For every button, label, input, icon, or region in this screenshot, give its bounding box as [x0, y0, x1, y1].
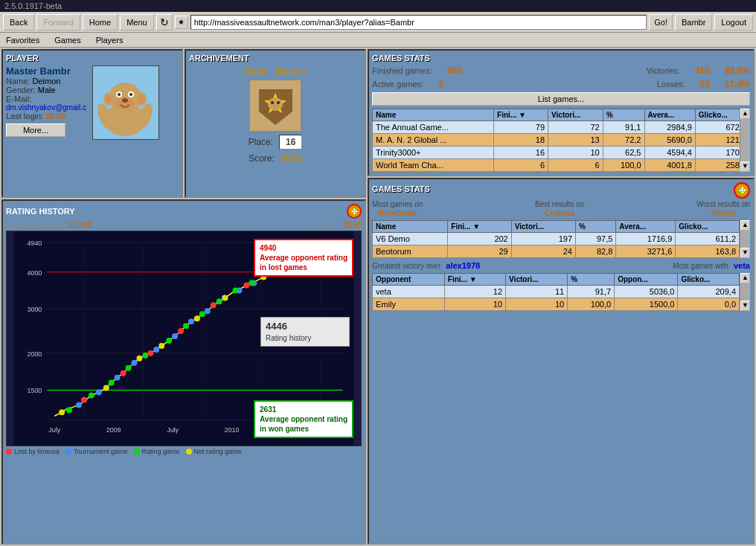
games-table-2-body: V6 Demo 202 197 97,5 1716,9 611,2 Beotor…: [373, 233, 740, 258]
most-games-on-label: Most games on: [372, 200, 423, 208]
cell-pct: 91,1: [603, 121, 644, 134]
svg-point-61: [89, 392, 94, 398]
legend-tournament-label: Tournament game: [74, 448, 128, 455]
back-button[interactable]: Back: [3, 14, 34, 30]
cell-avera: 2984,9: [644, 121, 695, 134]
reg-label: Registration date:: [6, 221, 64, 229]
table-scrollbar-1[interactable]: ▲ ▼: [740, 109, 750, 172]
legend-rating: Rating game: [134, 448, 180, 455]
name-value: Deimon: [32, 77, 60, 86]
stats-row-2: Active games: 3 Losses: 53 11,4%: [372, 79, 750, 89]
svg-point-6: [138, 94, 144, 103]
cell-vict: 24: [511, 245, 575, 258]
player-name: Master Bambr: [6, 65, 86, 77]
menu-button[interactable]: Menu: [120, 14, 154, 30]
player-section-title: PLAYER: [6, 54, 179, 62]
svg-point-78: [178, 328, 184, 334]
last-login-row: Last login: 06:50: [6, 112, 86, 121]
reg-date-row: Registration date: 2/20/08: [6, 220, 92, 229]
svg-point-12: [122, 98, 128, 103]
menu-favorites[interactable]: Favorites: [3, 36, 42, 45]
last-login-rating-row: Last login: 06:50: [307, 220, 362, 229]
address-bar[interactable]: [190, 15, 647, 30]
forward-button[interactable]: Forward: [36, 14, 80, 30]
email-label: E-Mail:: [6, 94, 31, 103]
cell-fini: 18: [494, 134, 548, 147]
table-header-row-1: Name Fini... ▼ Victori... % Avera... Gli…: [373, 109, 750, 121]
losses-label: Losses:: [657, 80, 685, 89]
scroll-down-btn-3[interactable]: ▼: [740, 301, 750, 311]
victory-row: Greatest victory over alex1978 Most game…: [372, 261, 750, 270]
cell-name: World Team Cha...: [373, 159, 494, 172]
col-avera: Avera...: [644, 109, 695, 121]
browser-toolbar: Back Forward Home Menu ↻ ★ Go! Bambr Log…: [0, 12, 756, 33]
title-bar: 2.5.0.1917-beta: [0, 0, 756, 12]
sort-icon[interactable]: ▼: [519, 111, 526, 119]
cell-vict: 10: [548, 147, 603, 159]
go-button[interactable]: Go!: [649, 14, 673, 30]
table-row: M. A. N. 2 Global ... 18 13 72,2 5690,0 …: [373, 134, 750, 147]
col-avera-2: Avera...: [616, 221, 676, 233]
cell-vict: 10: [506, 298, 568, 311]
scroll-up-btn[interactable]: ▲: [740, 109, 750, 119]
most-games-on-value: Beotorum: [372, 208, 423, 217]
svg-point-52: [205, 308, 211, 314]
worst-results-label: Worst results on: [696, 200, 750, 208]
cell-pct: 72,2: [603, 134, 644, 147]
svg-point-87: [194, 315, 200, 321]
arch-image: [249, 80, 301, 132]
rating-dates: Registration date: 2/20/08 Last login: 0…: [6, 220, 362, 229]
greatest-victory: Greatest victory over alex1978: [372, 261, 480, 270]
sort-icon-2[interactable]: ▼: [472, 222, 480, 231]
user-button[interactable]: Bambr: [675, 14, 712, 30]
col-fini-3: Fini... ▼: [444, 274, 505, 286]
menu-games[interactable]: Games: [51, 36, 83, 45]
sort-icon-3[interactable]: ▼: [470, 275, 477, 283]
reload-button[interactable]: ↻: [156, 14, 173, 30]
scroll-up-btn-2[interactable]: ▲: [740, 220, 750, 231]
expand-stats2-button[interactable]: ✣: [734, 182, 750, 199]
svg-point-65: [166, 338, 172, 344]
list-games-button[interactable]: List games...: [372, 92, 750, 106]
scroll-down-btn-2[interactable]: ▼: [740, 248, 750, 258]
scroll-thumb-2: [740, 231, 750, 248]
tooltip-lost-games: 4940 Average opponent ratingin lost game…: [254, 239, 353, 277]
svg-point-62: [109, 380, 115, 386]
player-content: Master Bambr Name: Deimon Gender: Male E…: [6, 65, 179, 140]
place-label: Place:: [249, 137, 273, 147]
svg-point-45: [76, 402, 82, 408]
svg-point-84: [103, 385, 109, 391]
chart-legend: Lost by timeout Tournament game Rating g…: [6, 448, 362, 455]
legend-lost-timeout: Lost by timeout: [6, 448, 60, 455]
col-victories-3: Victori...: [506, 274, 568, 286]
place-value: 16: [279, 135, 302, 150]
home-button[interactable]: Home: [83, 14, 118, 30]
col-victories-2: Victori...: [511, 221, 575, 233]
left-panel: PLAYER Master Bambr Name: Deimon Gender:…: [1, 49, 366, 545]
tooltip2-text: Rating history: [266, 333, 345, 343]
more-button[interactable]: More...: [6, 123, 65, 137]
scroll-up-btn-3[interactable]: ▲: [740, 273, 750, 283]
svg-point-46: [96, 390, 102, 396]
cell-oppon: 1500,0: [615, 298, 678, 311]
table-scrollbar-3[interactable]: ▲ ▼: [740, 273, 750, 311]
svg-point-66: [183, 323, 189, 329]
scroll-down-btn[interactable]: ▼: [740, 161, 750, 172]
games-stats-2-header: GAMES STATS ✣: [372, 182, 750, 199]
victories-pct: 88,6%: [725, 65, 750, 76]
cell-vict: 72: [548, 121, 603, 134]
table-scrollbar-2[interactable]: ▲ ▼: [740, 220, 750, 258]
logout-button[interactable]: Logout: [714, 14, 753, 30]
col-victories: Victori...: [548, 109, 603, 121]
player-gender-row: Gender: Male: [6, 86, 86, 94]
archivement-title: ARCHIVEMENT: [189, 54, 362, 62]
cell-fini: 12: [444, 286, 505, 298]
svg-point-63: [126, 365, 132, 371]
gender-value: Male: [38, 86, 56, 94]
tooltip3-number: 2631: [260, 405, 276, 414]
table-row: Emily 10 10 100,0 1500,0 0,0: [373, 298, 740, 311]
legend-lost-label: Lost by timeout: [14, 448, 60, 455]
menu-players[interactable]: Players: [93, 36, 126, 45]
expand-rating-button[interactable]: ✣: [347, 204, 362, 219]
losses-value: 53: [700, 79, 710, 89]
